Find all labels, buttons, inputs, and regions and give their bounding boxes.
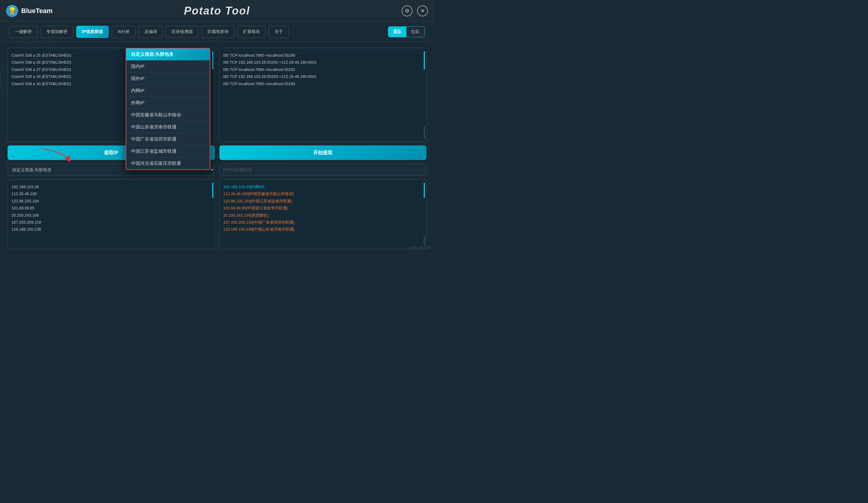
dropdown-item-shandong[interactable]: 中国山东省济南市联通 <box>126 121 210 133</box>
dropdown-item-cn[interactable]: 国内IP <box>126 61 210 73</box>
start-extract-button[interactable]: 开始提取 <box>219 145 427 160</box>
close-button[interactable]: ✕ <box>417 6 428 16</box>
ip-results-text: 192.168.103.26[内网IP] 112.26.46.190[中国安徽省… <box>223 183 423 233</box>
ip-result-cn6: 119.188.150.238[中国山东省济南市联通] <box>223 226 423 233</box>
scroll-indicator-right <box>424 51 425 69</box>
team-toggle: 蓝队 红队 <box>388 26 425 37</box>
ip-result-cn2: 122.96.235.164[中国江苏省盐城市联通] <box>223 198 423 204</box>
scroll-indicator-right-bottom <box>424 127 425 139</box>
scroll-indicator-left <box>212 51 213 69</box>
upper-section: ClashX 538 a 25 (ESTABLISHED) ClashX 538… <box>8 48 426 142</box>
connections-right-panel: 0t0 TCP localhost:7890->localhost:55290 … <box>219 48 427 142</box>
ip-result-cn3: 101.69.99.85[中国浙江省金华市联通] <box>223 204 423 211</box>
extracted-ips-text: 192.168.103.26 112.26.46.190 122.96.235.… <box>11 183 211 233</box>
scroll-bar-lower-right-bottom <box>424 237 425 246</box>
extracted-ip: 112.26.46.190 <box>11 190 211 197</box>
dropdown-item-foreign[interactable]: 国外IP <box>126 73 210 85</box>
avatar: 👷 <box>6 5 18 17</box>
settings-button[interactable]: ⚙ <box>402 6 413 16</box>
tcp-line: 0t0 TCP 192.168.103.26:55293->112.26.46.… <box>223 73 423 80</box>
nav-btn-blockchain[interactable]: 区块链溯源 <box>166 26 198 38</box>
extracted-ips-panel: 192.168.103.26 112.26.46.190 122.96.235.… <box>8 179 215 249</box>
nav-btn-about[interactable]: 关于 <box>269 26 289 38</box>
dropdown-item-hebei[interactable]: 中国河北省石家庄市联通 <box>126 158 210 169</box>
extracted-ip: 192.168.103.26 <box>11 183 211 190</box>
dropdown-item-anhui[interactable]: 中国安徽省马鞍山市移动 <box>126 109 210 121</box>
filter-dropdown: 自定义筛选:头部包含 国内IP 国外IP 内网IP 外网IP 中国安徽省马鞍山市… <box>126 48 210 170</box>
extracted-ip: 122.96.235.164 <box>11 198 211 204</box>
extracted-ip: 101.69.99.85 <box>11 204 211 211</box>
filter-row: 自定义筛选:头部包含 国内IP 国外IP 内网IP 外网IP <box>8 164 426 176</box>
dropdown-item-intranet[interactable]: 内网IP <box>126 85 210 97</box>
extracted-ip: 119.188.150.238 <box>11 226 211 233</box>
ip-result-local: 192.168.103.26[内网IP] <box>223 183 423 190</box>
app-title: Potato Tool <box>184 4 250 17</box>
tcp-text: 0t0 TCP localhost:7890->localhost:55290 … <box>223 52 423 87</box>
ip-results-panel: 192.168.103.26[内网IP] 112.26.46.190[中国安徽省… <box>219 179 427 249</box>
extracted-ip: 20.205.243.166 <box>11 212 211 219</box>
lower-section: 192.168.103.26 112.26.46.190 122.96.235.… <box>8 179 426 249</box>
titlebar: 👷 BlueTeam Potato Tool ⚙ ✕ <box>0 0 434 22</box>
nav-btn-extensions[interactable]: 扩展模块 <box>237 26 266 38</box>
brand-name: BlueTeam <box>21 7 53 15</box>
dropdown-item-custom[interactable]: 自定义筛选:头部包含 <box>126 49 210 61</box>
dropdown-item-jiangsu[interactable]: 中国江苏省盐城市联通 <box>126 145 210 158</box>
scroll-bar-lower-left <box>212 183 213 198</box>
arrow-annotation <box>39 146 76 165</box>
tcp-line: 0t0 TCP localhost:7890->localhost:55290 <box>223 52 423 59</box>
nav-btn-decompile[interactable]: 反编译 <box>138 26 163 38</box>
dropdown-item-extranet[interactable]: 外网IP <box>126 97 210 109</box>
filter-input[interactable] <box>219 164 427 176</box>
window-controls: ⚙ ✕ <box>402 6 428 16</box>
tcp-line: 0t0 TCP localhost:7890->localhost:55294 <box>223 80 423 87</box>
brand: 👷 BlueTeam <box>6 5 53 17</box>
ip-result-cn1: 112.26.46.190[中国安徽省马鞍山市移动] <box>223 190 423 197</box>
nav-btn-geoip[interactable]: 归属地查询 <box>202 26 234 38</box>
nav-btn-crypto[interactable]: 专项加解密 <box>41 26 73 38</box>
team-red-btn[interactable]: 红队 <box>406 27 425 37</box>
ip-result-cn5: 157.255.209.219[中国广东省深圳市联通] <box>223 219 423 226</box>
navbar: 一键解密 专项加解密 IP信息筛选 AI分析 反编译 区块链溯源 归属地查询 扩… <box>0 22 434 42</box>
tcp-line: 0t0 TCP 192.168.103.26:55291->112.26.46.… <box>223 59 423 66</box>
ip-result-cn4: 20.205.243.166[美国微软] <box>223 212 423 219</box>
tcp-line: 0t0 TCP localhost:7890->localhost:55292 <box>223 66 423 73</box>
team-blue-btn[interactable]: 蓝队 <box>388 27 406 37</box>
nav-btn-ai[interactable]: AI分析 <box>112 26 136 38</box>
extracted-ip: 157.255.209.219 <box>11 219 211 226</box>
main-content: ClashX 538 a 25 (ESTABLISHED) ClashX 538… <box>0 42 434 252</box>
nav-btn-decrypt[interactable]: 一键解密 <box>9 26 38 38</box>
dropdown-item-guangdong[interactable]: 中国广东省深圳市联通 <box>126 133 210 145</box>
nav-btn-ip[interactable]: IP信息筛选 <box>76 26 108 38</box>
watermark: CRPV 蓝 红 带 <box>409 245 431 250</box>
scroll-bar-lower-right <box>424 183 425 198</box>
